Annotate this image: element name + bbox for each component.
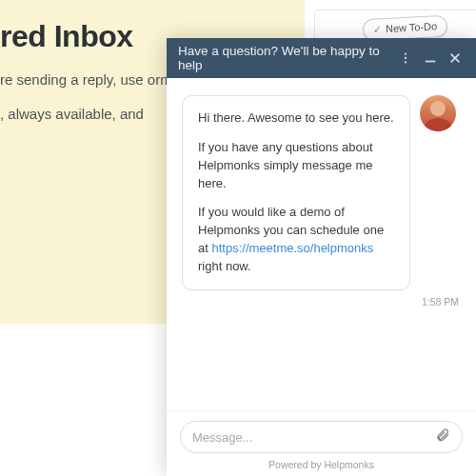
message-input[interactable]	[192, 430, 435, 445]
agent-avatar	[420, 95, 456, 131]
message-line-2: If you have any questions about Helpmonk…	[198, 139, 394, 193]
new-todo-label: New To-Do	[385, 20, 437, 34]
chat-header-title: Have a question? We'll be happy to help	[178, 44, 390, 72]
message-line-1: Hi there. Awesome to see you here.	[198, 109, 394, 128]
svg-point-0	[405, 52, 407, 54]
minimize-icon[interactable]	[421, 49, 440, 68]
message-line-3: If you would like a demo of Helpmonks yo…	[198, 204, 394, 275]
message-bubble: Hi there. Awesome to see you here. If yo…	[182, 95, 410, 290]
demo-link[interactable]: https://meetme.so/helpmonks	[211, 241, 373, 255]
svg-point-2	[405, 61, 407, 63]
more-icon[interactable]	[396, 49, 415, 68]
message-input-wrap[interactable]	[180, 421, 463, 453]
svg-point-1	[405, 57, 407, 59]
message-row: Hi there. Awesome to see you here. If yo…	[182, 95, 461, 290]
chat-footer: Powered by Helpmonks	[167, 410, 476, 476]
close-icon[interactable]	[446, 49, 465, 68]
chat-body: Hi there. Awesome to see you here. If yo…	[167, 78, 476, 410]
attachment-icon[interactable]	[435, 427, 450, 446]
chat-header: Have a question? We'll be happy to help	[167, 38, 476, 78]
message-timestamp: 1:58 PM	[182, 296, 461, 307]
chat-widget: Have a question? We'll be happy to help …	[167, 38, 476, 476]
powered-by: Powered by Helpmonks	[180, 459, 463, 470]
check-icon: ✓	[372, 23, 382, 34]
